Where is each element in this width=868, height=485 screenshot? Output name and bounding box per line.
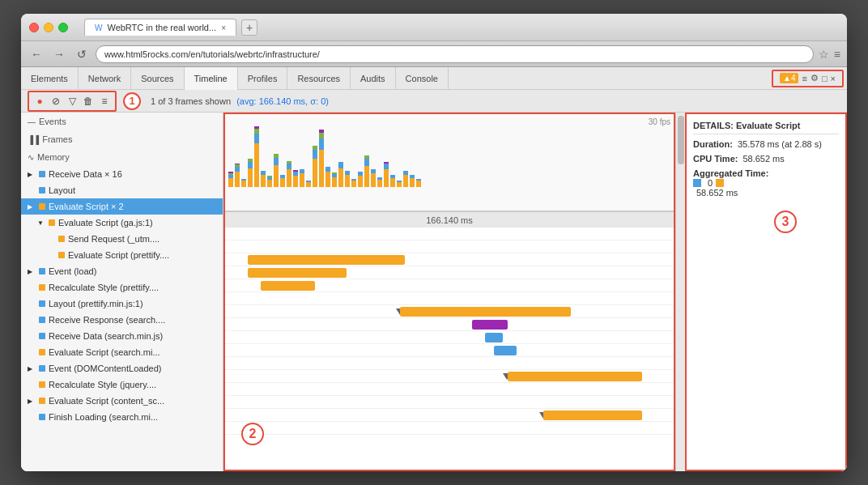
record-button[interactable]: ● bbox=[32, 94, 47, 108]
aggregated-row: Aggregated Time: 0 58.652 ms bbox=[693, 168, 839, 198]
settings-button[interactable]: ⚙ bbox=[811, 73, 819, 83]
tab-elements[interactable]: Elements bbox=[21, 67, 79, 90]
blue-bar-segment bbox=[338, 162, 343, 168]
url-bar[interactable]: www.html5rocks.com/en/tutorials/webrtc/i… bbox=[96, 45, 814, 63]
memory-icon: ∿ bbox=[28, 153, 34, 162]
bar-group bbox=[377, 177, 382, 187]
minimize-button[interactable] bbox=[44, 23, 53, 32]
annotation-3: 3 bbox=[774, 211, 797, 233]
detail-button[interactable]: ≡ bbox=[97, 94, 112, 108]
frames-avg[interactable]: (avg: 166.140 ms, σ: 0) bbox=[236, 96, 329, 106]
delete-button[interactable]: 🗑 bbox=[81, 94, 96, 108]
devtools-tab-bar: Elements Network Sources Timeline Profil… bbox=[21, 67, 847, 90]
item-label: Layout bbox=[49, 185, 216, 195]
track-row bbox=[225, 396, 674, 409]
item-label: Recalculate Style (prettify.... bbox=[49, 283, 216, 292]
refresh-button[interactable]: ↺ bbox=[73, 45, 91, 63]
sidebar-item-receive-data[interactable]: ▶ Receive Data × 16 bbox=[21, 166, 223, 182]
timeline-toolbar: ● ⊘ ▽ 🗑 ≡ 1 1 of 3 frames shown (avg: 16… bbox=[21, 90, 847, 113]
sidebar-item-event-load[interactable]: ▶ Event (load) bbox=[21, 263, 223, 279]
sidebar-item-recalc-jquery[interactable]: Recalculate Style (jquery.... bbox=[21, 377, 223, 393]
cancel-button[interactable]: ⊘ bbox=[49, 94, 63, 108]
bar-group bbox=[261, 171, 266, 187]
timeline-tracks[interactable] bbox=[225, 228, 674, 470]
cpu-row: CPU Time: 58.652 ms bbox=[693, 154, 839, 164]
orange-bar-segment bbox=[261, 175, 266, 187]
blue-bar-segment bbox=[364, 159, 369, 166]
sidebar-item-evaluate-ga[interactable]: ▼ Evaluate Script (ga.js:1) bbox=[21, 215, 223, 231]
back-button[interactable]: ← bbox=[28, 45, 45, 63]
track-row bbox=[225, 228, 674, 240]
tab-close-button[interactable]: × bbox=[221, 23, 226, 32]
tab-sources[interactable]: Sources bbox=[131, 67, 184, 90]
item-label: Evaluate Script (content_sc... bbox=[49, 396, 216, 406]
forward-button[interactable]: → bbox=[50, 45, 68, 63]
orange-bar-segment bbox=[274, 165, 279, 187]
arrow-icon: ▶ bbox=[28, 365, 36, 372]
frames-count: 1 of 3 frames shown bbox=[151, 96, 231, 106]
sidebar-item-evaluate-script[interactable]: ▶ Evaluate Script × 2 bbox=[21, 198, 223, 215]
browser-tab[interactable]: W WebRTC in the real world... × bbox=[84, 19, 236, 36]
timeline-chart: 30 fps bbox=[225, 114, 674, 211]
bar-group bbox=[403, 171, 408, 187]
record-controls: ● ⊘ ▽ 🗑 ≡ bbox=[28, 91, 117, 112]
sidebar-item-evaluate-search[interactable]: Evaluate Script (search.mi... bbox=[21, 344, 223, 360]
close-devtools-button[interactable]: × bbox=[831, 74, 836, 83]
traffic-lights bbox=[29, 23, 68, 32]
orange-bar-segment bbox=[332, 177, 337, 187]
sidebar-item-evaluate-content[interactable]: ▶ Evaluate Script (content_sc... bbox=[21, 393, 223, 409]
track-bar bbox=[248, 255, 405, 265]
menu-button[interactable]: ≡ bbox=[834, 48, 840, 61]
sidebar-item-layout-prettify[interactable]: Layout (prettify.min.js:1) bbox=[21, 296, 223, 312]
sidebar-item-evaluate-prettify[interactable]: Evaluate Script (prettify.... bbox=[21, 247, 223, 263]
arrow-icon: ▶ bbox=[28, 171, 36, 178]
dock-button[interactable]: □ bbox=[822, 74, 828, 83]
url-text: www.html5rocks.com/en/tutorials/webrtc/i… bbox=[104, 49, 320, 59]
track-bar bbox=[485, 333, 503, 342]
orange-bar-segment bbox=[338, 168, 343, 187]
tab-profiles[interactable]: Profiles bbox=[238, 67, 288, 90]
bar-group bbox=[313, 146, 317, 187]
timeline-bars bbox=[225, 114, 674, 187]
frames-icon: ▐▐ bbox=[28, 135, 39, 144]
color-dot bbox=[39, 381, 45, 388]
devtools-action-group: ▲4 ≡ ⚙ □ × bbox=[772, 70, 844, 87]
duration-inline: Duration: 35.578 ms (at 2.88 s) bbox=[693, 139, 839, 149]
sidebar-item-recalc-prettify[interactable]: Recalculate Style (prettify.... bbox=[21, 279, 223, 296]
sidebar-item-event-domcontentloaded[interactable]: ▶ Event (DOMContentLoaded) bbox=[21, 360, 223, 377]
new-tab-button[interactable]: + bbox=[241, 19, 257, 36]
tab-network[interactable]: Network bbox=[79, 67, 131, 90]
bookmark-button[interactable]: ☆ bbox=[819, 48, 829, 61]
sidebar-item-layout[interactable]: Layout bbox=[21, 182, 223, 198]
bar-group bbox=[228, 172, 233, 187]
sidebar-item-receive-response[interactable]: Receive Response (search.... bbox=[21, 312, 223, 328]
duration-row: Duration: 35.578 ms (at 2.88 s) bbox=[693, 139, 839, 149]
console-filter-button[interactable]: ≡ bbox=[802, 74, 806, 83]
maximize-button[interactable] bbox=[58, 23, 68, 32]
scroll-thumb[interactable] bbox=[678, 116, 684, 164]
tab-console[interactable]: Console bbox=[396, 67, 449, 90]
blue-bar-segment bbox=[313, 150, 317, 159]
track-bar bbox=[248, 268, 347, 278]
tab-resources[interactable]: Resources bbox=[287, 67, 351, 90]
color-dot bbox=[39, 349, 45, 355]
track-row bbox=[225, 279, 674, 292]
filter-button[interactable]: ▽ bbox=[65, 94, 79, 108]
orange-bar-segment bbox=[326, 172, 330, 187]
close-button[interactable] bbox=[29, 23, 39, 32]
warning-badge: ▲4 bbox=[780, 73, 798, 83]
bar-group bbox=[326, 166, 330, 187]
vertical-scrollbar[interactable] bbox=[675, 113, 685, 471]
tab-audits[interactable]: Audits bbox=[351, 67, 396, 90]
tab-timeline[interactable]: Timeline bbox=[185, 67, 238, 90]
events-icon: — bbox=[28, 117, 36, 126]
bar-group bbox=[306, 180, 311, 187]
bar-group bbox=[345, 170, 350, 187]
bar-group bbox=[338, 162, 343, 187]
track-row bbox=[225, 383, 674, 396]
bar-group bbox=[267, 176, 272, 187]
sidebar-item-receive-data-search[interactable]: Receive Data (search.min.js) bbox=[21, 328, 223, 344]
sidebar-item-finish-loading[interactable]: Finish Loading (search.mi... bbox=[21, 409, 223, 425]
sidebar-item-send-request[interactable]: Send Request (_utm.... bbox=[21, 231, 223, 247]
bar-group bbox=[248, 159, 253, 187]
